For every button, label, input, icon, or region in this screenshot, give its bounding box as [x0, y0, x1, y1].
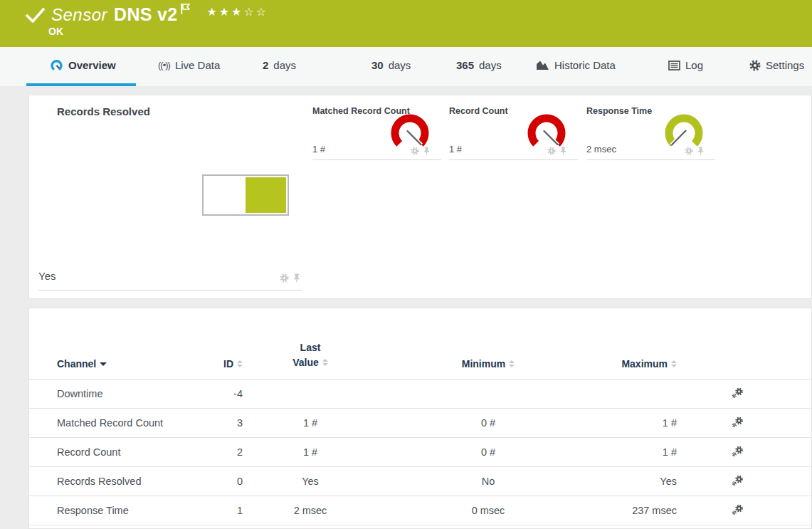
column-header-last-line1: Last: [243, 340, 378, 355]
tab-historic-data[interactable]: Historic Data: [536, 47, 616, 83]
tab-log[interactable]: Log: [668, 47, 703, 83]
sensor-type-label: Sensor: [51, 5, 107, 25]
id-cell: 3: [217, 417, 243, 429]
channel-cell: Matched Record Count: [29, 417, 217, 429]
tab-30-days[interactable]: 30 days: [371, 47, 411, 83]
maximum-cell: 1 #: [599, 417, 677, 429]
last-value-cell: 2 msec: [243, 505, 378, 516]
table-row[interactable]: Downtime -4: [29, 379, 811, 409]
minimum-cell: 0 #: [378, 417, 599, 429]
column-header-maximum-label: Maximum: [621, 358, 668, 370]
gauge-title: Record Count: [449, 106, 508, 116]
tab-live-data[interactable]: ((•)) Live Data: [158, 47, 220, 83]
sort-arrows-icon: [509, 360, 515, 367]
tab-log-label: Log: [685, 59, 703, 71]
tab-live-data-label: Live Data: [175, 59, 220, 71]
tab-30-days-number: 30: [371, 59, 384, 71]
last-value-cell: 1 #: [243, 446, 378, 458]
channel-settings-gear-icon[interactable]: [732, 417, 744, 430]
sort-arrows-icon: [322, 359, 328, 366]
column-header-id-label: ID: [223, 358, 233, 370]
sensor-header: Sensor DNS v2 ★★★☆☆ OK: [0, 0, 812, 47]
gauge-matched-record-count: Matched Record Count 1 #: [312, 95, 441, 160]
channel-settings-gear-icon[interactable]: [732, 475, 744, 488]
flag-icon[interactable]: [180, 3, 191, 15]
pin-icon[interactable]: [423, 147, 430, 155]
table-header-row: Channel ID Last Value Minimum Maximum: [29, 308, 811, 379]
channel-cell: Downtime: [29, 388, 217, 399]
log-list-icon: [668, 61, 680, 70]
column-header-channel-label: Channel: [57, 358, 96, 370]
tab-30-days-label: days: [389, 59, 411, 71]
maximum-cell: 1 #: [599, 446, 677, 458]
sort-arrows-icon: [237, 360, 243, 367]
table-row[interactable]: Record Count 2 1 # 0 # 1 #: [29, 438, 811, 467]
stars-filled[interactable]: ★★★: [206, 5, 243, 19]
gear-icon[interactable]: [547, 147, 556, 155]
channel-settings-gear-icon[interactable]: [732, 504, 744, 518]
tab-bar: Overview ((•)) Live Data 2 days 30 days …: [0, 47, 812, 86]
tab-settings[interactable]: Settings: [749, 47, 804, 83]
channel-settings-gear-icon[interactable]: [732, 387, 744, 401]
maximum-cell: 237 msec: [599, 505, 677, 516]
active-tab-indicator: [26, 83, 136, 86]
status-badge: OK: [48, 26, 63, 37]
gear-icon[interactable]: [411, 147, 419, 155]
channel-settings-gear-icon[interactable]: [732, 446, 744, 459]
tab-historic-data-label: Historic Data: [554, 59, 616, 71]
overview-panel: Records Resolved Yes Matched Record Coun…: [28, 95, 812, 299]
tab-365-days[interactable]: 365 days: [456, 47, 502, 83]
table-body: Downtime -4 Matched Record Count 3 1 # 0…: [29, 379, 811, 525]
stars-empty[interactable]: ☆☆: [243, 5, 268, 19]
id-cell: 1: [217, 505, 243, 516]
boolean-indicator-chart: [202, 174, 289, 216]
status-check-icon: [26, 8, 45, 23]
area-chart-icon: [536, 60, 549, 70]
id-cell: 0: [217, 476, 243, 487]
channel-cell: Records Resolved: [29, 476, 217, 487]
tab-2-days-number: 2: [263, 59, 268, 71]
primary-channel-title: Records Resolved: [57, 105, 150, 117]
gauge-title: Response Time: [586, 106, 652, 116]
gauge-value: 1 #: [312, 144, 325, 154]
gear-icon[interactable]: [280, 273, 289, 283]
tab-settings-label: Settings: [766, 59, 804, 71]
column-header-maximum[interactable]: Maximum: [599, 358, 677, 370]
column-header-channel[interactable]: Channel: [57, 358, 107, 370]
maximum-cell: Yes: [599, 476, 677, 487]
last-value-cell: Yes: [243, 476, 378, 487]
gauge-response-time: Response Time 2 msec: [586, 95, 715, 160]
column-header-last-value[interactable]: Last Value: [243, 340, 378, 370]
gauge-record-count: Record Count 1 #: [449, 95, 578, 160]
minimum-cell: No: [378, 476, 599, 487]
tab-2-days[interactable]: 2 days: [263, 47, 296, 83]
gauge-icon: [50, 59, 63, 72]
priority-stars[interactable]: ★★★☆☆: [206, 5, 268, 19]
tab-365-days-number: 365: [456, 59, 474, 71]
column-header-minimum-label: Minimum: [462, 358, 505, 370]
table-row[interactable]: Records Resolved 0 Yes No Yes: [29, 467, 811, 496]
gear-icon[interactable]: [685, 147, 693, 155]
pin-icon[interactable]: [560, 147, 566, 155]
primary-channel-value: Yes: [38, 270, 56, 282]
pin-icon[interactable]: [293, 273, 300, 283]
table-row[interactable]: Response Time 1 2 msec 0 msec 237 msec: [29, 496, 811, 525]
gauge-value: 2 msec: [586, 144, 616, 154]
pin-icon[interactable]: [697, 147, 704, 155]
minimum-cell: 0 msec: [378, 505, 599, 516]
tab-2-days-label: days: [273, 59, 296, 71]
id-cell: 2: [217, 446, 243, 458]
tab-overview-label: Overview: [68, 59, 116, 71]
id-cell: -4: [217, 388, 243, 399]
boolean-indicator-fill: [246, 177, 286, 213]
last-value-cell: 1 #: [243, 417, 378, 429]
channel-table-panel: Channel ID Last Value Minimum Maximum Do…: [28, 308, 812, 529]
column-header-last-line2: Value: [292, 355, 319, 370]
tab-overview[interactable]: Overview: [50, 47, 116, 83]
panel-underline: [38, 290, 302, 290]
channel-cell: Response Time: [29, 505, 217, 516]
column-header-id[interactable]: ID: [217, 358, 243, 370]
column-header-minimum[interactable]: Minimum: [378, 358, 599, 370]
sort-arrows-icon: [671, 360, 677, 367]
table-row[interactable]: Matched Record Count 3 1 # 0 # 1 #: [29, 409, 811, 438]
